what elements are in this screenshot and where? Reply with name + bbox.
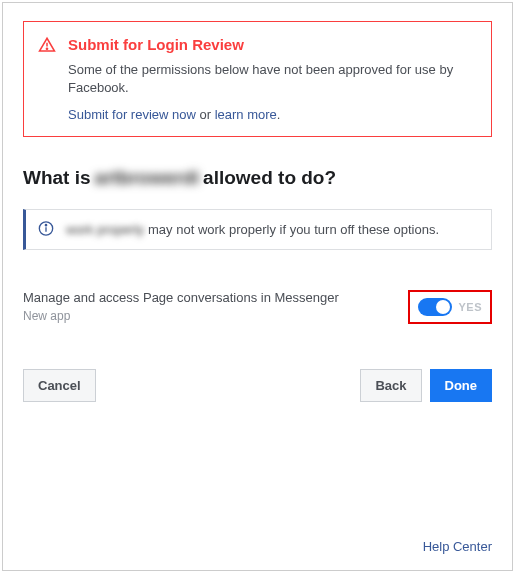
permission-toggle[interactable] (418, 298, 452, 316)
button-group-right: Back Done (360, 369, 492, 402)
svg-point-1 (46, 48, 47, 49)
learn-more-link[interactable]: learn more (215, 107, 277, 122)
alert-links: Submit for review now or learn more. (68, 107, 475, 122)
back-button[interactable]: Back (360, 369, 421, 402)
cancel-button[interactable]: Cancel (23, 369, 96, 402)
app-name-blurred: artbrowerdi (95, 167, 200, 189)
login-review-alert: Submit for Login Review Some of the perm… (23, 21, 492, 137)
warning-icon (38, 36, 56, 54)
heading-prefix: What is (23, 167, 91, 189)
permission-row: Manage and access Page conversations in … (23, 290, 492, 324)
page-title: What is artbrowerdi allowed to do? (23, 167, 492, 189)
submit-review-link[interactable]: Submit for review now (68, 107, 196, 122)
permission-sublabel: New app (23, 309, 339, 323)
period: . (277, 107, 281, 122)
info-text: may not work properly if you turn off th… (148, 222, 439, 237)
done-button[interactable]: Done (430, 369, 493, 402)
info-blurred: work properly (66, 222, 144, 237)
heading-suffix: allowed to do? (203, 167, 336, 189)
button-row: Cancel Back Done (23, 369, 492, 402)
svg-point-4 (45, 224, 46, 225)
alert-title: Submit for Login Review (68, 36, 475, 53)
toggle-knob (436, 300, 450, 314)
toggle-state-label: YES (458, 301, 482, 313)
alert-description: Some of the permissions below have not b… (68, 61, 475, 97)
dialog-container: Submit for Login Review Some of the perm… (2, 2, 513, 571)
info-banner: work properly may not work properly if y… (23, 209, 492, 250)
help-center-link[interactable]: Help Center (423, 539, 492, 554)
permission-text-group: Manage and access Page conversations in … (23, 290, 339, 323)
toggle-highlight-box: YES (408, 290, 492, 324)
info-icon (38, 220, 54, 239)
or-text: or (196, 107, 215, 122)
permission-label: Manage and access Page conversations in … (23, 290, 339, 305)
